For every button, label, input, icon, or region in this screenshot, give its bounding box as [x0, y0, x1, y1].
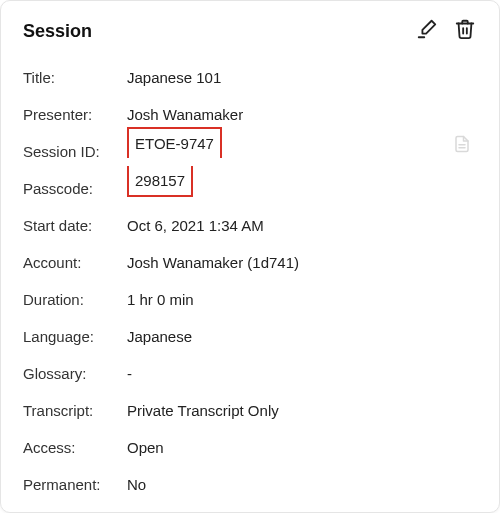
field-value-duration: 1 hr 0 min — [121, 281, 485, 318]
field-value-title: Japanese 101 — [121, 59, 485, 96]
field-value-glossary: - — [121, 355, 485, 392]
copy-session-id-button[interactable] — [453, 134, 471, 154]
session-panel: Session — [0, 0, 500, 513]
field-value-transcript: Private Transcript Only — [121, 392, 485, 429]
panel-title: Session — [23, 21, 415, 42]
field-label-transcript: Transcript: — [23, 392, 121, 429]
field-value-start-date: Oct 6, 2021 1:34 AM — [121, 207, 485, 244]
document-icon — [453, 140, 471, 157]
pencil-square-icon — [416, 18, 438, 44]
edit-button-real[interactable] — [415, 19, 439, 43]
field-label-access: Access: — [23, 429, 121, 466]
field-label-session-id: Session ID: — [23, 133, 121, 170]
session-id-text: ETOE-9747 — [127, 127, 222, 158]
field-value-passcode: 298157 — [121, 170, 485, 191]
field-label-account: Account: — [23, 244, 121, 281]
trash-icon — [454, 18, 476, 44]
field-label-title: Title: — [23, 59, 121, 96]
field-value-language: Japanese — [121, 318, 485, 355]
field-value-account: Josh Wanamaker (1d741) — [121, 244, 485, 281]
field-value-access: Open — [121, 429, 485, 466]
field-label-passcode: Passcode: — [23, 170, 121, 207]
field-label-language: Language: — [23, 318, 121, 355]
field-label-glossary: Glossary: — [23, 355, 121, 392]
session-fields: Title: Japanese 101 Presenter: Josh Wana… — [23, 59, 485, 512]
session-details-scroll[interactable]: Title: Japanese 101 Presenter: Josh Wana… — [1, 51, 499, 512]
header-actions — [415, 19, 477, 43]
field-value-session-id: ETOE-9747 — [121, 133, 485, 154]
field-value-permanent: No — [121, 466, 485, 503]
passcode-text: 298157 — [127, 166, 193, 197]
field-label-start-date: Start date: — [23, 207, 121, 244]
field-label-presenter: Presenter: — [23, 96, 121, 133]
field-label-duration: Duration: — [23, 281, 121, 318]
panel-header: Session — [1, 1, 499, 51]
delete-button[interactable] — [453, 19, 477, 43]
field-label-permanent: Permanent: — [23, 466, 121, 503]
